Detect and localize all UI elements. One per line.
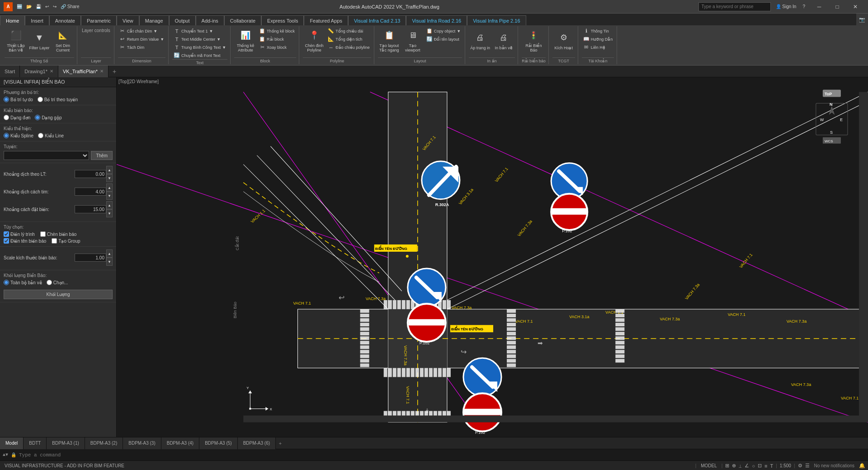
tab-home[interactable]: Home [0, 15, 25, 25]
kieu-line-option[interactable]: Kiểu Line [38, 133, 64, 138]
rai-bien-bao-btn[interactable]: 🚦 Rải Biển Báo [522, 27, 545, 53]
ui-settings-btn[interactable]: ☰ [805, 463, 810, 469]
qa-redo[interactable]: ↪ [52, 4, 58, 9]
tao-group-option[interactable]: Tạo Group [52, 238, 80, 244]
status-osnap-btn[interactable]: ○ [752, 463, 755, 469]
help-btn[interactable]: ? [801, 4, 807, 9]
notification-bell-icon[interactable]: 🔔 [859, 463, 865, 469]
dien-ten-option[interactable]: Điền tên biến báo [4, 238, 46, 244]
dien-ly-trinh-option[interactable]: Điền lý trình [4, 231, 35, 237]
status-grid-btn[interactable]: ⊞ [725, 463, 729, 469]
tab-bdtt[interactable]: BDTT [24, 437, 47, 449]
tab-bdpm-a3-4[interactable]: BDPM-A3 (4) [161, 437, 199, 449]
workspace-btn[interactable]: ⚙ [798, 463, 802, 469]
khoi-luong-button[interactable]: Khối Lượng [4, 290, 113, 299]
tao-viewport-btn[interactable]: 🖥 Tạo viewport [401, 27, 424, 53]
in-ban-ve-btn[interactable]: 🖨 In bản vẽ [492, 27, 515, 53]
tao-group-check[interactable] [52, 238, 57, 244]
search-input[interactable] [698, 2, 771, 11]
tab-bdpm-a3-2[interactable]: BDPM-A3 (2) [85, 437, 123, 449]
thong-tin-btn[interactable]: ℹ Thông Tin [582, 27, 614, 35]
dao-chieu-btn[interactable]: ↔ Đảo chiều polyline [326, 43, 371, 51]
khoang-lt-input[interactable] [75, 170, 106, 178]
tab-express[interactable]: Express Tools [261, 15, 304, 25]
status-dyn-btn[interactable]: ⊡ [758, 463, 762, 469]
scale-display[interactable]: 1:500 [780, 463, 791, 468]
rai-block-btn[interactable]: 📋 Rải block [258, 35, 296, 43]
tab-collaborate[interactable]: Collaborate [224, 15, 261, 25]
thong-ke-attribute-btn[interactable]: 📊 Thống kê Attribute [234, 27, 257, 53]
tab-view[interactable]: View [117, 15, 139, 25]
qa-new[interactable]: 🆕 [15, 4, 24, 9]
return-dim-btn[interactable]: ↩ Return Dim Value ▼ [118, 35, 165, 43]
tab-model[interactable]: Model [0, 437, 24, 449]
chuyen-text1-btn[interactable]: T Chuyển Text 1 ▼ [172, 27, 227, 35]
tao-layout-btn[interactable]: 📋 Tạo layout Tắc ngang [378, 27, 401, 53]
bo-tri-theo-tuyen-option[interactable]: Bố trí theo tuyến [38, 97, 78, 102]
text-middle-center-btn[interactable]: T Text Middle Center ▼ [172, 35, 227, 43]
scale-down[interactable]: ▼ [106, 258, 113, 266]
thong-ke-block-btn[interactable]: 📋 Thống kê block [258, 27, 296, 35]
tab-manage[interactable]: Manage [139, 15, 169, 25]
add-sheet-btn[interactable]: + [276, 437, 285, 449]
doc-tab-start[interactable]: Start [0, 66, 20, 77]
chen-bien-bao-check[interactable] [40, 231, 46, 237]
tong-dien-tich-btn[interactable]: 📐 Tổng diện tích [326, 35, 371, 43]
khoang-tim-down[interactable]: ▼ [106, 192, 113, 200]
set-dim-btn[interactable]: 📐 Set Dim Current [52, 27, 74, 53]
khoang-dat-input[interactable] [75, 205, 106, 213]
scale-up[interactable]: ▲ [106, 249, 113, 258]
maximize-btn[interactable]: □ [828, 0, 846, 14]
tab-annotate[interactable]: Annotate [49, 15, 81, 25]
kich-hoat-btn[interactable]: ⚙ Kích Hoạt [552, 27, 575, 53]
close-vktraffic-icon[interactable]: ✕ [100, 69, 104, 74]
filter-layer-btn[interactable]: ▼ Filter Layer [28, 27, 51, 53]
khoang-tim-input[interactable] [75, 188, 106, 196]
minimize-btn[interactable]: ─ [810, 0, 828, 14]
khoang-dat-down[interactable]: ▼ [106, 209, 113, 217]
chuyen-ma-font-btn[interactable]: 🔄 Chuyển mã Font Text [172, 52, 227, 59]
status-snap-btn[interactable]: ⊕ [732, 463, 736, 469]
toan-bo-option[interactable]: Toàn bộ bản vẽ [4, 280, 42, 285]
close-btn[interactable]: ✕ [846, 0, 864, 14]
tab-insert[interactable]: Insert [25, 15, 49, 25]
tab-bdpm-a3-6[interactable]: BDPM-A3 (6) [238, 437, 276, 449]
tab-bdpm-a3-1[interactable]: BDPM-A3 (1) [47, 437, 85, 449]
tab-output[interactable]: Output [169, 15, 196, 25]
tab-bdpm-a3-3[interactable]: BDPM-A3 (3) [123, 437, 161, 449]
scale-input[interactable] [75, 254, 106, 262]
dien-ten-check[interactable] [4, 238, 9, 244]
tab-featured[interactable]: Featured Apps [304, 15, 348, 25]
tab-bdpm-a3-5[interactable]: BDPM-A3 (5) [199, 437, 237, 449]
tach-dim-btn[interactable]: ✂ Tách Dim [118, 43, 165, 51]
tab-addins[interactable]: Add-ins [196, 15, 224, 25]
cad-canvas[interactable]: Biên Báo Cắt đất VA [117, 77, 868, 437]
status-lw-btn[interactable]: ≡ [764, 463, 767, 469]
qa-share[interactable]: 🔗 Share [59, 4, 80, 9]
dang-gop-option[interactable]: Dạng gộp [35, 115, 61, 120]
xoay-block-btn[interactable]: ✂ Xoay block [258, 43, 296, 51]
doc-tab-drawing1[interactable]: Drawing1* ✕ [20, 66, 58, 77]
dang-don-option[interactable]: Dạng đơn [4, 115, 30, 120]
qa-open[interactable]: 📂 [25, 4, 33, 9]
scrollbar-h[interactable] [243, 415, 859, 422]
cad-viewport[interactable]: [Top][2D Wireframe] Biên Báo Cắt đất [117, 77, 868, 437]
close-drawing1-icon[interactable]: ✕ [50, 69, 53, 74]
tab-parametric[interactable]: Parametric [81, 15, 117, 25]
bo-tri-tu-do-option[interactable]: Bố trí tự do [4, 97, 33, 102]
lien-he-btn[interactable]: ✉ Liên Hệ [582, 43, 614, 51]
doi-ten-layout-btn[interactable]: 🔄 Đổi tên layout [425, 35, 462, 43]
ap-trang-in-btn[interactable]: 🖨 Áp trang in [469, 27, 491, 53]
cmd-input[interactable] [19, 452, 865, 458]
tong-chieu-dai-btn[interactable]: 📏 Tổng chiều dài [326, 27, 371, 35]
chen-dinh-btn[interactable]: 📍 Chèn đinh Polyline [303, 27, 326, 53]
huong-dan-btn[interactable]: 📖 Hướng Dẫn [582, 35, 614, 43]
tuyen-select[interactable] [4, 151, 89, 160]
doc-tab-vktrafficplan[interactable]: VK_TrafficPlan* ✕ [58, 66, 108, 77]
thiet-lap-ban-ve-btn[interactable]: ⬛ Thiết Lập Bản Vẽ [5, 27, 27, 53]
status-polar-btn[interactable]: ∠ [745, 463, 749, 469]
chen-bien-bao-option[interactable]: Chèn biến báo [40, 231, 77, 237]
scrollbar-v[interactable] [859, 92, 868, 423]
khoang-lt-up[interactable]: ▲ [106, 166, 113, 174]
add-doc-tab-btn[interactable]: + [108, 66, 120, 77]
